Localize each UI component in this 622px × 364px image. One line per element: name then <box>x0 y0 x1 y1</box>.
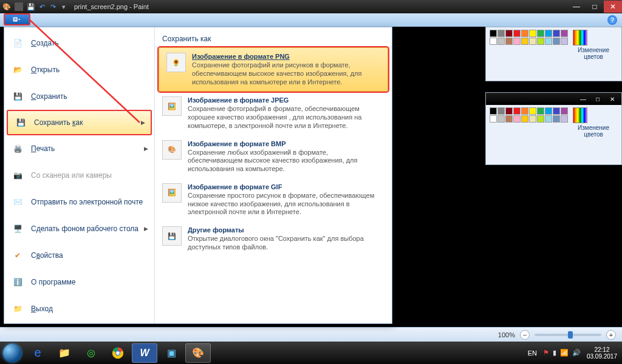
color-swatch[interactable] <box>561 107 568 115</box>
color-swatch[interactable] <box>513 30 521 37</box>
help-icon[interactable]: ? <box>607 15 617 25</box>
color-swatch[interactable] <box>497 30 505 37</box>
tray-battery-icon[interactable]: ▮ <box>553 349 556 357</box>
color-swatch[interactable] <box>545 30 552 37</box>
tray-clock[interactable]: 22:12 03.09.2017 <box>587 346 617 360</box>
menu-item-exit[interactable]: 📁 Выход <box>4 295 154 322</box>
zoom-in-button[interactable]: + <box>606 330 616 340</box>
bg-close-button[interactable]: ✕ <box>607 96 618 103</box>
color-swatch[interactable] <box>529 115 536 123</box>
paint-app-icon: 🎨 <box>2 2 11 11</box>
submenu-arrow-icon: ▶ <box>141 120 145 126</box>
menu-item-properties[interactable]: ✔ Свойства <box>4 242 154 269</box>
color-swatch[interactable] <box>513 107 521 115</box>
undo-icon[interactable]: ↶ <box>38 2 46 11</box>
menu-item-print[interactable]: 🖨️ Печать ▶ <box>4 135 154 162</box>
color-swatch[interactable] <box>490 107 497 115</box>
save-as-png[interactable]: 🌻 Изображение в формате PNG Сохранение ф… <box>159 47 388 92</box>
taskbar-app2-icon[interactable]: ▣ <box>159 343 184 363</box>
save-as-other[interactable]: 💾 Другие форматы Открытие диалогового ок… <box>155 221 392 257</box>
color-swatch[interactable] <box>561 115 568 123</box>
taskbar: e 📁 ◎ W ▣ 🎨 EN ⚑ ▮ 📶 🔊 22:12 03.09.2017 <box>0 342 622 364</box>
color-swatch[interactable] <box>505 115 513 123</box>
menu-item-save-as[interactable]: 💾 Сохранить как ▶ <box>7 110 152 135</box>
color-swatch[interactable] <box>505 38 513 45</box>
menu-item-about[interactable]: ℹ️ О программе <box>4 269 154 295</box>
svg-point-7 <box>116 351 120 355</box>
edit-colors-icon[interactable] <box>573 30 587 46</box>
tray-network-icon[interactable]: 📶 <box>560 349 569 357</box>
color-swatch[interactable] <box>513 38 521 45</box>
color-swatch[interactable] <box>561 38 568 45</box>
color-swatch[interactable] <box>497 115 505 123</box>
bg-minimize-button[interactable]: — <box>578 96 589 103</box>
color-swatch[interactable] <box>521 115 528 123</box>
save-as-jpeg[interactable]: 🖼️ Изображение в формате JPEG Сохранение… <box>155 92 392 135</box>
color-swatch[interactable] <box>529 38 536 45</box>
save-icon[interactable]: 💾 <box>27 2 35 11</box>
edit-colors-icon[interactable] <box>573 107 587 123</box>
submenu-arrow-icon: ▶ <box>144 146 148 152</box>
color-swatch[interactable] <box>561 30 568 37</box>
menu-item-set-wallpaper[interactable]: 🖥️ Сделать фоном рабочего стола ▶ <box>4 215 154 242</box>
tray-volume-icon[interactable]: 🔊 <box>572 349 581 357</box>
taskbar-chrome-icon[interactable] <box>105 343 131 363</box>
menu-item-scanner: 📷 Со сканера или камеры <box>4 162 154 189</box>
system-tray: EN ⚑ ▮ 📶 🔊 22:12 03.09.2017 <box>528 346 622 360</box>
save-disk-icon: 💾 <box>10 89 25 104</box>
qat-customize-icon[interactable]: ▾ <box>60 2 68 11</box>
color-swatch[interactable] <box>553 30 560 37</box>
taskbar-paint-icon[interactable]: 🎨 <box>185 343 211 363</box>
color-swatch[interactable] <box>529 30 536 37</box>
color-swatch[interactable] <box>545 38 552 45</box>
color-swatch[interactable] <box>537 107 544 115</box>
start-button[interactable] <box>0 342 24 364</box>
svg-rect-2 <box>14 19 16 19</box>
color-swatch[interactable] <box>545 115 552 123</box>
tray-flag-icon[interactable]: ⚑ <box>543 349 549 357</box>
color-swatch[interactable] <box>490 30 497 37</box>
color-swatch[interactable] <box>537 115 544 123</box>
menu-item-new[interactable]: 📄 Создать <box>4 30 154 56</box>
close-button[interactable]: ✕ <box>604 1 622 13</box>
color-swatch[interactable] <box>553 107 560 115</box>
window-title: print_screen2.png - Paint <box>74 3 149 10</box>
file-menu-left-column: 📄 Создать 📂 Открыть 💾 Сохранить 💾 Сохран… <box>4 27 155 323</box>
menu-item-send-email[interactable]: ✉️ Отправить по электронной почте <box>4 189 154 215</box>
minimize-button[interactable]: — <box>567 1 586 13</box>
color-swatch[interactable] <box>521 38 528 45</box>
color-swatch[interactable] <box>553 38 560 45</box>
color-swatch[interactable] <box>497 38 505 45</box>
zoom-out-button[interactable]: − <box>520 330 530 340</box>
color-swatch[interactable] <box>490 38 497 45</box>
color-swatch[interactable] <box>505 30 513 37</box>
menu-item-save[interactable]: 💾 Сохранить <box>4 83 154 110</box>
color-swatch[interactable] <box>545 107 552 115</box>
zoom-slider[interactable] <box>535 334 601 336</box>
background-paint-window-1: Изменение цветов <box>485 27 622 81</box>
taskbar-word-icon[interactable]: W <box>132 343 157 363</box>
color-swatch[interactable] <box>521 30 528 37</box>
bg-maximize-button[interactable]: □ <box>592 96 603 103</box>
color-swatch[interactable] <box>521 107 528 115</box>
menu-item-open[interactable]: 📂 Открыть <box>4 56 154 83</box>
language-indicator[interactable]: EN <box>528 349 537 357</box>
printer-icon: 🖨️ <box>10 141 25 156</box>
redo-icon[interactable]: ↷ <box>49 2 57 11</box>
color-swatch[interactable] <box>553 115 560 123</box>
maximize-button[interactable]: □ <box>586 1 604 13</box>
color-swatch[interactable] <box>537 38 544 45</box>
taskbar-explorer-icon[interactable]: 📁 <box>52 343 77 363</box>
color-swatch[interactable] <box>513 115 521 123</box>
color-swatch[interactable] <box>497 107 505 115</box>
color-swatch[interactable] <box>490 115 497 123</box>
taskbar-app-icon[interactable]: ◎ <box>78 343 104 363</box>
color-swatch[interactable] <box>537 30 544 37</box>
taskbar-ie-icon[interactable]: e <box>25 343 50 363</box>
color-swatch[interactable] <box>529 107 536 115</box>
file-menu-button[interactable] <box>4 13 30 25</box>
color-swatch[interactable] <box>505 107 513 115</box>
desktop-icon: 🖥️ <box>10 221 25 236</box>
save-as-gif[interactable]: 🖼️ Изображение в формате GIF Сохранение … <box>155 178 392 221</box>
save-as-bmp[interactable]: 🎨 Изображение в формате BMP Сохранение л… <box>155 135 392 178</box>
